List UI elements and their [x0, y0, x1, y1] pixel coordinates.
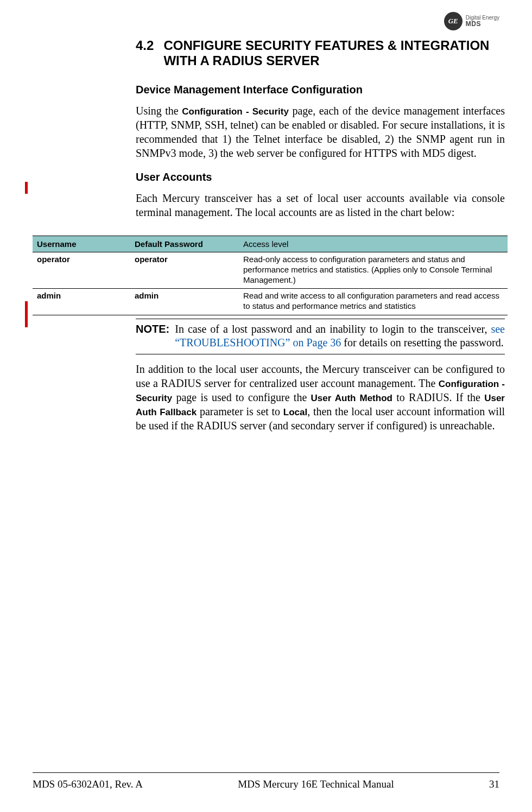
ui-path: User Auth Method [311, 393, 392, 403]
table-header-row: Username Default Password Access level [33, 236, 508, 252]
ge-monogram-icon: GE [444, 12, 463, 30]
text: In case of a lost password and an inabil… [175, 323, 491, 335]
footer-page-number: 31 [489, 778, 499, 790]
change-bar-icon [25, 301, 28, 327]
table-row: operator operator Read-only access to co… [33, 252, 508, 289]
col-default-password: Default Password [130, 236, 239, 252]
cell-access: Read and write access to all configurati… [239, 289, 508, 315]
section-number: 4.2 [136, 38, 154, 68]
footer-docid: MDS 05-6302A01, Rev. A [33, 778, 143, 790]
change-bar-icon [25, 182, 28, 194]
ui-path: Configuration - Security [182, 106, 289, 117]
note-body: In case of a lost password and an inabil… [175, 322, 505, 350]
page-footer: MDS 05-6302A01, Rev. A MDS Mercury 16E T… [33, 772, 499, 790]
brand-text: Digital Energy MDS [466, 15, 499, 28]
col-username: Username [33, 236, 130, 252]
ui-path: Local [283, 407, 307, 417]
paragraph: In addition to the local user accounts, … [136, 362, 505, 433]
subheading-user-accounts: User Accounts [136, 171, 505, 183]
text: page is used to configure the [172, 391, 311, 403]
note-block: NOTE: In case of a lost password and an … [136, 319, 505, 354]
subheading-device-mgmt: Device Management Interface Configuratio… [136, 84, 505, 96]
note-label: NOTE: [136, 322, 169, 350]
text: parameter is set to [197, 405, 283, 417]
cell-access: Read-only access to configuration parame… [239, 252, 508, 289]
paragraph: Each Mercury transceiver has a set of lo… [136, 191, 505, 219]
cell-username: admin [33, 289, 130, 315]
cell-password: operator [130, 252, 239, 289]
text: for details on resetting the password. [341, 337, 503, 348]
text: to RADIUS. If the [392, 391, 484, 403]
user-accounts-table: Username Default Password Access level o… [33, 236, 508, 315]
brand-line2: MDS [466, 21, 499, 28]
paragraph: Using the Configuration - Security page,… [136, 104, 505, 160]
cell-password: admin [130, 289, 239, 315]
text: Using the [136, 105, 182, 117]
section-title: CONFIGURE SECURITY FEATURES & INTEGRATIO… [163, 38, 505, 68]
brand-logo: GE Digital Energy MDS [444, 12, 499, 30]
col-access-level: Access level [239, 236, 508, 252]
section-heading: 4.2 CONFIGURE SECURITY FEATURES & INTEGR… [136, 38, 505, 68]
table-row: admin admin Read and write access to all… [33, 289, 508, 315]
cell-username: operator [33, 252, 130, 289]
footer-title: MDS Mercury 16E Technical Manual [238, 778, 394, 790]
